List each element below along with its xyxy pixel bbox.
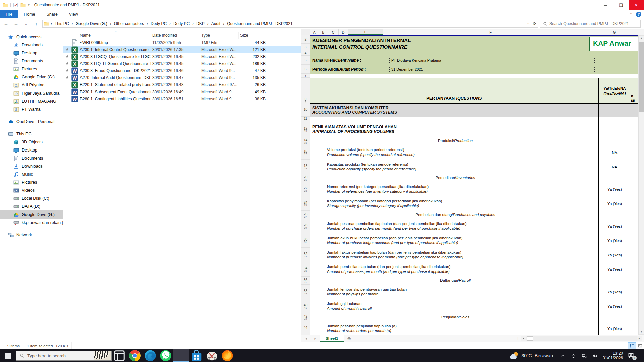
thumbnail-view-button[interactable] xyxy=(636,342,644,349)
address-breadcrumb-box[interactable]: › This PC Google Drive (G:) Other comput… xyxy=(42,20,538,28)
up-button[interactable]: ↑ xyxy=(32,21,40,26)
sidebar-item[interactable]: Network xyxy=(0,231,63,239)
expand-ribbon-icon[interactable]: ⌃ xyxy=(630,12,633,16)
sheet-row[interactable]: 1617 Volume produksi (tentukan periode r… xyxy=(301,145,644,160)
clock[interactable]: 13:20 31/01/2026 xyxy=(603,351,623,360)
sidebar-item[interactable]: Videos xyxy=(0,186,63,194)
sidebar-item[interactable]: Local Disk (C:) xyxy=(0,194,63,202)
row-number[interactable]: 3 xyxy=(301,44,310,51)
file-row[interactable]: A270_Internal Audit Questionnaire_DKP2..… xyxy=(63,74,301,81)
taskbar-search-input[interactable]: Type here to search xyxy=(16,351,112,361)
file-row[interactable]: B230.1_Subsequent Event Questionnaire_..… xyxy=(63,88,301,95)
sidebar-item[interactable]: Desktop xyxy=(0,49,63,57)
answer-cell[interactable]: NA xyxy=(598,145,631,160)
breadcrumb-segment[interactable]: Google Drive (G:) xyxy=(70,21,109,26)
scroll-down-icon[interactable]: ▼ xyxy=(639,329,644,335)
scroll-up-icon[interactable]: ▲ xyxy=(639,35,644,41)
close-button[interactable]: ✕ xyxy=(629,0,644,10)
sidebar-item[interactable]: Desktop xyxy=(0,146,63,154)
breadcrumb-segment[interactable]: This PC xyxy=(53,21,70,26)
row-number[interactable]: 3435 xyxy=(301,262,310,277)
row-number[interactable]: 3233 xyxy=(301,248,310,262)
help-icon[interactable]: ? xyxy=(636,12,641,17)
column-header-f[interactable]: F xyxy=(383,29,598,35)
answer-cell[interactable]: Ya (Yes) xyxy=(598,196,631,211)
address-dropdown-icon[interactable]: ⌄ xyxy=(527,21,530,26)
minimize-button[interactable]: ─ xyxy=(598,0,613,10)
row-number[interactable]: 4243 xyxy=(301,313,310,321)
sheet-row[interactable]: 2829 Jumlah pesanan pembelian tiap bulan… xyxy=(301,219,644,233)
taskbar-app-icon[interactable] xyxy=(220,349,235,362)
h-scroll-track[interactable] xyxy=(526,336,637,341)
sheet-horizontal-scrollbar[interactable]: ⋮ ◂ ▸ xyxy=(516,336,642,341)
column-header-g[interactable]: G xyxy=(598,29,631,35)
sidebar-item[interactable]: Music xyxy=(0,170,63,178)
row-number[interactable]: 44 xyxy=(301,321,310,335)
breadcrumb-segment[interactable]: Dedy PC xyxy=(145,21,168,26)
sheet-body[interactable]: KAP Anwar 2KUESIONER PENGENDALIAN INTERN… xyxy=(301,35,644,335)
select-all-corner[interactable] xyxy=(301,29,310,35)
answer-cell[interactable] xyxy=(598,211,631,219)
row-number[interactable]: 2021 xyxy=(301,174,310,182)
column-header-e[interactable]: E xyxy=(348,29,383,35)
scrollbar-thumb[interactable] xyxy=(639,42,644,112)
back-button[interactable]: ← xyxy=(2,21,10,26)
sheet-vertical-scrollbar[interactable]: ▲ ▼ xyxy=(638,35,644,335)
answer-cell[interactable] xyxy=(598,174,631,182)
column-header-c[interactable]: C xyxy=(328,29,339,35)
sidebar-item[interactable]: LUTHFI MAGANG xyxy=(0,97,63,105)
file-row[interactable]: B280.1_Contingent Liabilities Questionn.… xyxy=(63,95,301,102)
prev-sheet-icon[interactable]: ◂ xyxy=(305,337,307,340)
answer-cell[interactable]: Ya (Yes) xyxy=(598,262,631,277)
sheet-row[interactable]: 3435 Jumlah pembelian tiap bulan (dan pe… xyxy=(301,262,644,277)
taskbar-app-icon[interactable] xyxy=(204,349,220,362)
file-row[interactable]: B220.1_Statement of related party transa… xyxy=(63,81,301,88)
sheet-row[interactable]: 4243 Penjualan/ Sales xyxy=(301,313,644,321)
row-number[interactable]: 2425 xyxy=(301,196,310,211)
audit-period-value[interactable]: 31 Desember 2021 xyxy=(389,66,595,73)
sidebar-item[interactable]: Downloads xyxy=(0,162,63,170)
ribbon-tab[interactable]: Home xyxy=(18,10,41,18)
notification-center-icon[interactable]: 2 xyxy=(628,352,636,359)
row-number[interactable]: 10 xyxy=(301,104,310,117)
sidebar-item[interactable]: This PC xyxy=(0,130,63,138)
next-sheet-icon[interactable]: ▸ xyxy=(314,337,316,340)
row-number[interactable]: 1617 xyxy=(301,145,310,160)
sheet-row[interactable]: 2021 Persediaan/ Inventories xyxy=(301,174,644,182)
row-number[interactable]: 4 xyxy=(301,51,310,56)
column-header-a[interactable]: A xyxy=(310,29,319,35)
search-input[interactable]: Search Questionnaire and PMPJ - DKP2021 xyxy=(540,20,641,28)
sidebar-item[interactable]: Google Drive (G:) xyxy=(0,73,63,81)
answer-cell[interactable] xyxy=(598,117,631,122)
column-header-b[interactable]: B xyxy=(319,29,328,35)
show-hidden-icons-chevron[interactable] xyxy=(560,353,566,358)
answer-cell[interactable] xyxy=(598,277,631,285)
tray-status-icon[interactable] xyxy=(571,353,577,358)
h-scroll-thumb[interactable] xyxy=(527,336,533,341)
answer-cell[interactable]: Ya (Yes) xyxy=(598,233,631,248)
row-number[interactable]: 1819 xyxy=(301,160,310,174)
row-number[interactable]: 7 xyxy=(301,74,310,78)
sidebar-item[interactable]: Pictures xyxy=(0,178,63,186)
row-number[interactable]: 1213 xyxy=(301,122,310,137)
row-number[interactable]: 3031 xyxy=(301,233,310,248)
row-number[interactable]: 2223 xyxy=(301,182,310,196)
sheet-row[interactable]: 44 Jumlah pesanan penjualan tiap bulan (… xyxy=(301,321,644,335)
sheet-row[interactable]: 10 SISTEM AKUNTANSI DAN KOMPUTER ACCOUNT… xyxy=(301,104,644,117)
answer-cell[interactable]: Ya (Yes) xyxy=(598,248,631,262)
recent-locations-icon[interactable]: ⌄ xyxy=(22,22,30,26)
row-number[interactable]: 11 xyxy=(301,117,310,122)
sheet-row[interactable]: 4041 Jumlah gaji bulanan Amount of month… xyxy=(301,299,644,313)
sidebar-item[interactable]: OneDrive - Personal xyxy=(0,118,63,126)
volume-icon[interactable] xyxy=(592,353,598,358)
answer-cell[interactable]: Ya (Yes) xyxy=(598,182,631,196)
sheet-row[interactable]: 11 xyxy=(301,117,644,122)
row-number[interactable]: 2829 xyxy=(301,219,310,233)
answer-cell[interactable] xyxy=(598,137,631,145)
taskbar-app-icon[interactable] xyxy=(158,349,173,362)
network-icon[interactable] xyxy=(581,353,587,358)
answer-cell[interactable] xyxy=(598,104,631,117)
breadcrumb-segment[interactable]: Questionnaire and PMPJ - DKP2021 xyxy=(222,21,294,26)
sidebar-item[interactable]: kkp anwar dan rekan (\\1 xyxy=(0,219,63,227)
sheet-tab[interactable]: Sheet1 xyxy=(320,335,344,342)
